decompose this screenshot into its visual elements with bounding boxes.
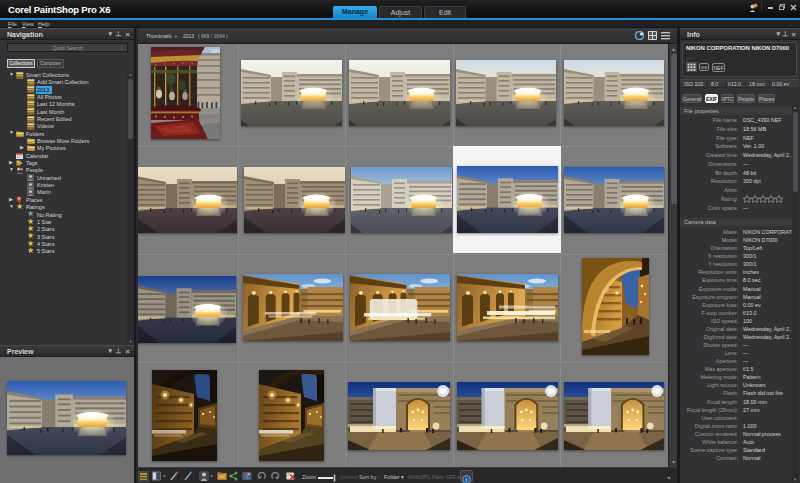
svg-text:i: i (466, 476, 468, 483)
